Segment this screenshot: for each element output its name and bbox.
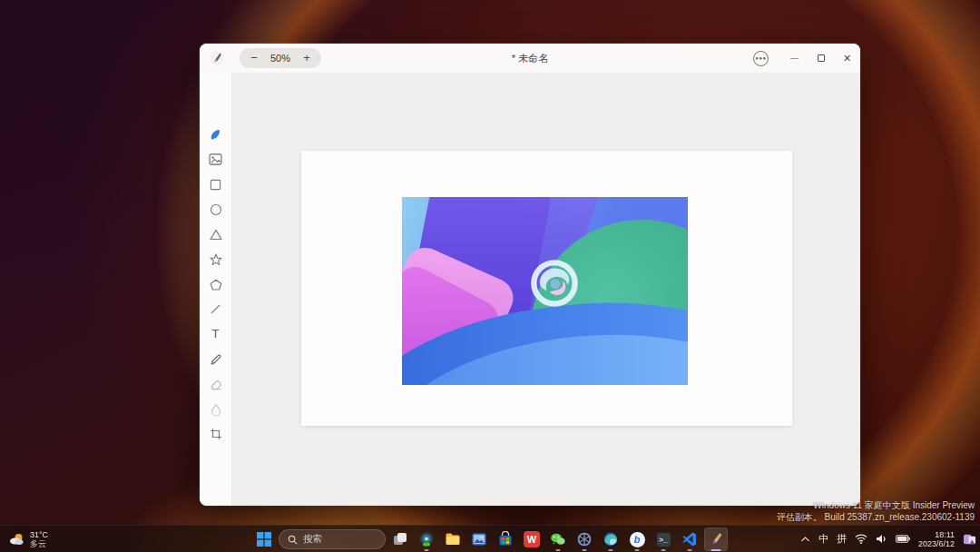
baidu-icon: b — [630, 532, 645, 547]
active-indicator — [711, 549, 721, 551]
artwork-swirl-logo — [528, 257, 581, 310]
pencil-tool[interactable] — [205, 352, 227, 367]
text-tool-icon: T — [212, 328, 220, 340]
search-icon — [288, 535, 298, 545]
eraser-tool[interactable] — [205, 377, 227, 391]
close-button[interactable]: ✕ — [834, 44, 860, 73]
tray-date: 2023/6/12 — [918, 539, 955, 548]
wechat-icon — [550, 531, 566, 547]
watermark-line1: Windows 11 家庭中文版 Insider Preview — [777, 499, 975, 511]
desktop: − 50% + * 未命名 ●●● — ✕ — [0, 0, 980, 552]
ime-pinyin-indicator[interactable]: 拼 — [837, 532, 847, 546]
wps-office-button[interactable]: W — [520, 527, 544, 551]
tool-sidebar: T — [200, 73, 232, 506]
pencil-icon — [210, 353, 222, 366]
taskbar-search[interactable]: 搜索 — [279, 529, 386, 549]
baidu-button[interactable]: b — [625, 527, 649, 551]
paint-app-icon — [708, 531, 724, 547]
browser-360-icon — [418, 531, 435, 547]
ime-language-indicator[interactable]: 中 — [818, 532, 828, 546]
wps-office-icon: W — [524, 531, 540, 547]
quark-button[interactable] — [573, 527, 596, 551]
running-indicator — [688, 549, 692, 551]
volume-icon[interactable] — [876, 534, 887, 544]
droplet-tool[interactable] — [205, 402, 227, 417]
quark-icon — [576, 531, 593, 547]
weather-cloud-icon — [7, 530, 25, 548]
terminal-button[interactable]: >_ — [652, 527, 675, 551]
artwork-image[interactable] — [402, 197, 688, 385]
notification-icon[interactable] — [963, 533, 976, 546]
artwork-right-sweep — [585, 197, 688, 385]
window-body: T — [200, 73, 860, 506]
app-brush-icon — [210, 51, 224, 65]
paint-app-window: − 50% + * 未命名 ●●● — ✕ — [200, 44, 860, 506]
pentagon-icon — [210, 279, 222, 291]
vscode-icon — [681, 531, 698, 547]
more-options-button[interactable]: ●●● — [753, 51, 769, 66]
rectangle-icon — [210, 179, 221, 191]
battery-icon[interactable] — [896, 535, 910, 543]
canvas-area[interactable] — [232, 73, 860, 506]
weather-widget[interactable]: 31°C 多云 — [7, 530, 48, 548]
edge-button[interactable] — [599, 527, 622, 551]
running-indicator — [635, 549, 640, 551]
maximize-icon — [818, 54, 825, 62]
ellipse-tool[interactable] — [205, 202, 227, 217]
photos-icon — [471, 531, 487, 547]
start-button[interactable] — [252, 527, 276, 551]
wifi-icon[interactable] — [855, 534, 867, 544]
crop-icon — [210, 428, 222, 440]
zoom-out-button[interactable]: − — [243, 48, 265, 68]
running-indicator — [609, 549, 613, 551]
document-title: * 未命名 — [512, 52, 548, 65]
crop-tool[interactable] — [205, 427, 227, 441]
browser-360-button[interactable] — [415, 527, 438, 551]
line-tool[interactable] — [205, 302, 227, 317]
eraser-icon — [210, 379, 222, 390]
windows-logo-icon — [256, 531, 272, 547]
photos-button[interactable] — [467, 527, 491, 551]
zoom-in-button[interactable]: + — [296, 48, 318, 68]
zoom-control: − 50% + — [240, 48, 321, 68]
weather-condition: 多云 — [30, 539, 48, 548]
file-explorer-button[interactable] — [441, 527, 465, 551]
running-indicator — [425, 549, 429, 551]
running-indicator — [662, 549, 666, 551]
rectangle-tool[interactable] — [205, 177, 227, 192]
microsoft-store-button[interactable] — [494, 527, 517, 551]
triangle-tool[interactable] — [205, 227, 227, 242]
ellipse-icon — [210, 203, 222, 216]
droplet-icon — [211, 403, 221, 416]
star-tool[interactable] — [205, 252, 227, 267]
text-tool[interactable]: T — [205, 327, 227, 341]
maximize-button[interactable] — [808, 44, 834, 73]
window-controls: ●●● — ✕ — [753, 44, 860, 73]
file-explorer-icon — [445, 531, 461, 547]
terminal-icon: >_ — [656, 532, 671, 547]
pentagon-tool[interactable] — [205, 277, 227, 291]
line-icon — [210, 303, 221, 315]
image-tool[interactable] — [205, 153, 227, 167]
weather-temp: 31°C — [30, 530, 48, 539]
running-indicator — [556, 549, 561, 551]
minimize-button[interactable]: — — [781, 44, 808, 73]
system-tray: 中 拼 18:11 2023/6/12 — [800, 530, 976, 548]
triangle-icon — [210, 229, 222, 241]
vscode-button[interactable] — [678, 527, 701, 551]
wechat-button[interactable] — [546, 527, 570, 551]
task-view-button[interactable] — [388, 527, 412, 551]
edge-icon — [603, 531, 619, 547]
image-icon — [209, 153, 222, 165]
task-view-icon — [392, 531, 408, 547]
zoom-level: 50% — [265, 53, 296, 64]
clock[interactable]: 18:11 2023/6/12 — [918, 530, 955, 548]
star-icon — [210, 253, 222, 266]
artboard[interactable] — [301, 151, 792, 426]
brush-select-tool[interactable] — [205, 127, 227, 142]
tray-chevron-icon[interactable] — [800, 536, 810, 543]
paint-app-button[interactable] — [704, 527, 728, 551]
insider-watermark: Windows 11 家庭中文版 Insider Preview 评估副本。 B… — [777, 499, 975, 523]
running-indicator — [583, 549, 587, 551]
titlebar: − 50% + * 未命名 ●●● — ✕ — [200, 44, 860, 73]
